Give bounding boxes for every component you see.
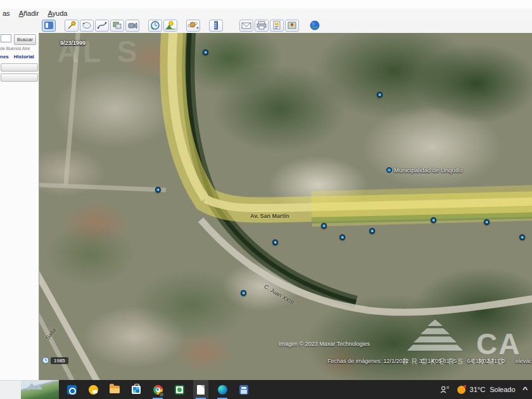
search-button[interactable]: Buscar: [14, 34, 36, 45]
taskbar-document-app-icon[interactable]: [193, 380, 208, 399]
people-icon[interactable]: R: [440, 385, 450, 394]
status-image-dates: Fechas de imágenes: 12/1/2022: [327, 358, 409, 364]
poi-marker[interactable]: [377, 92, 383, 98]
poi-marker[interactable]: [241, 290, 246, 296]
place-marker-icon[interactable]: [386, 167, 392, 173]
poi-marker[interactable]: [431, 217, 436, 223]
search-hint: de Buenos Aire: [0, 46, 30, 51]
earth-globe-button[interactable]: [308, 20, 322, 32]
sunlight-button[interactable]: [163, 20, 177, 32]
poi-marker[interactable]: [155, 187, 161, 193]
print-button[interactable]: [255, 20, 269, 32]
layers-panel-header[interactable]: [1, 73, 38, 82]
taskbar-edge-icon[interactable]: [215, 380, 230, 399]
email-button[interactable]: [239, 20, 253, 32]
weather-description: Soleado: [490, 386, 515, 393]
menu-item-help[interactable]: Ayuda: [48, 10, 67, 17]
menu-item-add[interactable]: Añadir: [19, 10, 39, 17]
view-in-maps-button[interactable]: [285, 20, 299, 32]
map-viewport[interactable]: AL S 9/23/1999 Municipalidad de Unquillo…: [39, 33, 532, 380]
poi-marker[interactable]: [321, 223, 327, 229]
time-badge-year: 1985: [51, 357, 68, 364]
place-label-municipalidad[interactable]: Municipalidad de Unquillo: [386, 167, 462, 174]
planets-button[interactable]: [186, 20, 200, 32]
status-longitude: 64°19'02.71" O: [467, 358, 505, 364]
poi-marker[interactable]: [519, 234, 525, 240]
time-slider-indicator[interactable]: 1985: [42, 357, 68, 364]
taskbar-calculator-icon[interactable]: [236, 380, 251, 399]
taskbar-weather-widget[interactable]: 31°C Soleado: [457, 386, 516, 394]
places-panel-header[interactable]: [1, 63, 38, 72]
weather-temperature: 31°C: [470, 386, 486, 393]
add-placemark-button[interactable]: [65, 20, 79, 32]
menu-bar: as Añadir Ayuda: [0, 8, 532, 18]
taskbar-chrome-icon[interactable]: [150, 380, 165, 399]
taskbar-search-box[interactable]: [0, 380, 59, 399]
poi-marker[interactable]: [203, 49, 208, 55]
historical-date-label: 9/23/1999: [60, 40, 86, 46]
map-roads-layer: [39, 33, 532, 380]
search-sidebar: Buscar de Buenos Aire nes Historial: [0, 33, 39, 380]
tray-chevron-icon[interactable]: ^: [522, 386, 528, 393]
history-link[interactable]: Historial: [14, 54, 34, 60]
add-image-overlay-button[interactable]: [110, 20, 124, 32]
svg-text:R: R: [446, 386, 450, 390]
title-bar: [0, 0, 532, 9]
taskbar-file-explorer-icon[interactable]: [107, 380, 122, 399]
ruler-button[interactable]: [209, 20, 223, 32]
taskbar-store-icon[interactable]: [129, 380, 144, 399]
toggle-sidebar-button[interactable]: [42, 20, 56, 32]
directions-link[interactable]: nes: [0, 54, 9, 60]
status-elevation: elevación: [516, 358, 532, 364]
taskbar-icons: [59, 380, 258, 399]
taskbar-outlook-icon[interactable]: [64, 380, 79, 399]
taskbar-green-app-icon[interactable]: [172, 380, 187, 399]
search-highlight-illustration[interactable]: [21, 381, 59, 399]
taskbar-tray: R 31°C Soleado ^: [440, 380, 527, 399]
google-earth-window: as Añadir Ayuda: [0, 0, 532, 399]
record-tour-button[interactable]: [125, 20, 139, 32]
toolbar: [0, 18, 532, 34]
status-latitude: 31°14'05.81" S: [419, 358, 457, 364]
menu-item-tools[interactable]: as: [3, 10, 10, 17]
poi-marker[interactable]: [369, 228, 375, 234]
clock-icon: [42, 357, 49, 364]
poi-marker[interactable]: [484, 219, 490, 225]
taskbar-weather-app-icon[interactable]: [86, 380, 101, 399]
poi-marker[interactable]: [272, 239, 278, 245]
road-label-san-martin: Av. San Martín: [250, 213, 289, 219]
windows-taskbar: R 31°C Soleado ^: [0, 380, 532, 399]
historical-imagery-button[interactable]: [148, 20, 162, 32]
search-input[interactable]: [1, 34, 11, 42]
add-path-button[interactable]: [95, 20, 109, 32]
add-polygon-button[interactable]: [80, 20, 94, 32]
imagery-copyright: Imagen © 2023 Maxar Technologies: [279, 341, 370, 347]
map-status-bar: Fechas de imágenes: 12/1/2022 31°14'05.8…: [327, 358, 532, 364]
sun-icon: [457, 386, 466, 394]
poi-marker[interactable]: [339, 234, 345, 240]
save-image-button[interactable]: [270, 20, 284, 32]
